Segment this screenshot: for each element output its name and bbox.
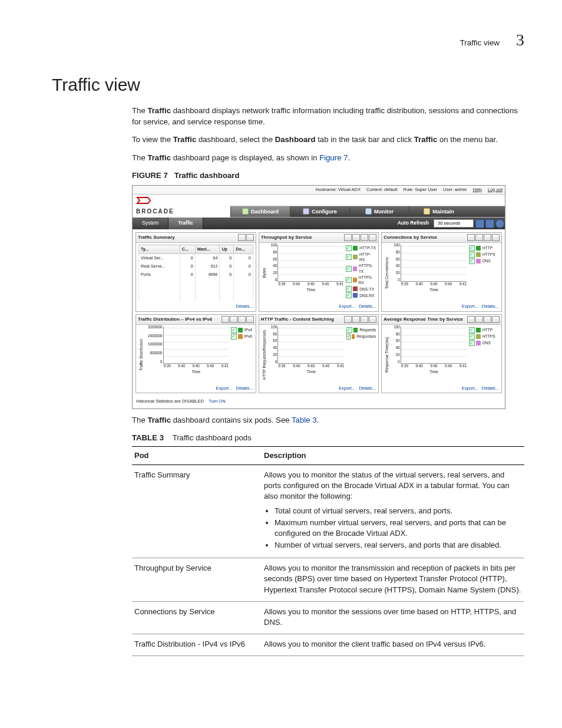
chart-type-icon[interactable] — [344, 234, 352, 241]
maximize-icon[interactable] — [361, 234, 368, 241]
page-header: Traffic view 3 — [52, 28, 524, 51]
chart-type-icon[interactable] — [230, 316, 237, 323]
checkbox-icon[interactable] — [469, 245, 475, 251]
subnav: System Traffic Auto Refresh 30 seconds — [133, 218, 505, 229]
auto-refresh-select[interactable]: 30 seconds — [434, 219, 474, 228]
chapter-number: 3 — [516, 28, 524, 51]
pod-http-traffic: HTTP Traffic - Content Switching HTTP Re… — [259, 314, 379, 394]
details-link[interactable]: Details... — [359, 304, 376, 309]
checkbox-icon[interactable] — [231, 327, 237, 333]
app-topbar: Hostname: Virtual ADX Context: default R… — [133, 186, 505, 195]
export-link[interactable]: Export... — [339, 304, 355, 309]
export-link[interactable]: Export... — [339, 386, 355, 391]
dashboard-icon — [242, 208, 249, 215]
monitor-icon — [365, 208, 372, 215]
intro-para-3: The Traffic dashboard page is displayed,… — [132, 153, 524, 163]
chart-plot: 100806040200 9:399:409:409:409:41 Time — [401, 327, 467, 364]
checkbox-icon[interactable] — [346, 254, 352, 260]
para-pods: The Traffic dashboard contains six pods.… — [132, 415, 524, 426]
intro-para-1: The Traffic dashboard displays network t… — [132, 106, 524, 127]
export-link[interactable]: Export... — [462, 304, 478, 309]
details-link[interactable]: Details... — [482, 304, 499, 309]
help-link[interactable]: Help — [473, 187, 482, 192]
intro-para-2: To view the Traffic dashboard, select th… — [132, 134, 524, 145]
auto-refresh-label: Auto Refresh — [394, 220, 432, 227]
tab-configure[interactable]: Configure — [290, 206, 349, 218]
brand-name: BROCADE — [133, 207, 230, 218]
chart-type-icon[interactable] — [352, 316, 360, 323]
turn-on-link[interactable]: Turn ON — [209, 398, 225, 404]
dropdown-icon[interactable] — [475, 219, 484, 228]
chart-type-icon[interactable] — [475, 234, 483, 241]
minimize-icon[interactable] — [246, 316, 254, 323]
help-icon[interactable] — [495, 219, 504, 228]
pod-response-time: Average Response Time by Service Respons… — [381, 314, 502, 394]
maximize-icon[interactable] — [238, 234, 246, 241]
subtab-system[interactable]: System — [133, 218, 168, 229]
running-title: Traffic view — [459, 38, 500, 49]
chart-type-icon[interactable] — [352, 234, 360, 241]
maximize-icon[interactable] — [238, 316, 246, 323]
historical-stats-note: Historical Statistics are DISABLED Turn … — [133, 396, 505, 409]
checkbox-icon[interactable] — [346, 286, 352, 292]
chart-type-icon[interactable] — [344, 316, 352, 323]
table-label: TABLE 3 Traffic dashboard pods — [132, 433, 524, 443]
figure-7-screenshot: Hostname: Virtual ADX Context: default R… — [132, 185, 505, 409]
checkbox-icon[interactable] — [469, 334, 475, 340]
check

Aricon[interactable] — [346, 277, 351, 283]
brocade-logo-icon — [136, 196, 160, 205]
minimize-icon[interactable] — [492, 234, 500, 241]
checkbox-icon[interactable] — [346, 266, 351, 272]
details-link[interactable]: Details... — [236, 304, 253, 309]
chart-plot: 100806040200 9:399:409:409:409:41 Time — [401, 245, 467, 282]
table-3: Pod Description Traffic Summary Allows y… — [132, 446, 524, 657]
pod-throughput: Throughput by Service Bytes 100 80 60 — [259, 232, 379, 312]
export-link[interactable]: Export... — [462, 386, 478, 391]
pod-traffic-summary: Traffic Summary Ty... C... Maxi... Up Do… — [135, 232, 256, 312]
checkbox-icon[interactable] — [346, 327, 352, 333]
checkbox-icon[interactable] — [469, 340, 475, 346]
tab-dashboard[interactable]: Dashboard — [230, 206, 290, 218]
maximize-icon[interactable] — [361, 316, 368, 323]
figure-7-link[interactable]: Figure 7 — [319, 153, 348, 162]
tab-maintain[interactable]: Maintain — [409, 206, 468, 218]
chart-type-icon[interactable] — [222, 316, 229, 323]
pod-distribution: Traffic Distribution – IPv4 vs IPv6 Traf… — [135, 314, 256, 394]
checkbox-icon[interactable] — [346, 245, 352, 251]
minimize-icon[interactable] — [492, 316, 500, 323]
details-link[interactable]: Details... — [236, 386, 253, 391]
minimize-icon[interactable] — [246, 234, 254, 241]
subtab-traffic[interactable]: Traffic — [168, 218, 203, 229]
checkbox-icon[interactable] — [469, 252, 475, 258]
pod-connections: Connections by Service Total Connections… — [381, 232, 502, 312]
tab-monitor[interactable]: Monitor — [349, 206, 409, 218]
maximize-icon[interactable] — [484, 316, 491, 323]
minimize-icon[interactable] — [369, 316, 376, 323]
chart-type-icon[interactable] — [467, 316, 475, 323]
minimize-icon[interactable] — [369, 234, 376, 241]
logout-link[interactable]: Log out — [488, 187, 503, 192]
traffic-summary-table: Ty... C... Maxi... Up Do... Virtual Ser.… — [138, 245, 253, 301]
table-row[interactable]: Virtual Ser... 0 64 0 0 — [139, 254, 253, 263]
checkbox-icon[interactable] — [346, 334, 351, 340]
checkbox-icon[interactable] — [469, 327, 475, 333]
page-title: Traffic view — [52, 73, 524, 97]
checkbox-icon[interactable] — [469, 258, 475, 264]
table-row[interactable]: Ports 0 4096 0 0 — [139, 271, 253, 279]
configure-icon — [303, 208, 309, 215]
chart-type-icon[interactable] — [467, 234, 475, 241]
figure-label: FIGURE 7 Traffic dashboard — [132, 170, 524, 181]
chart-plot: 100 80 60 40 20 0 9:39 9:40 9:40 — [277, 245, 343, 282]
refresh-icon[interactable] — [485, 219, 494, 228]
maintain-icon — [424, 208, 430, 215]
checkbox-icon[interactable] — [346, 292, 352, 298]
maximize-icon[interactable] — [484, 234, 491, 241]
details-link[interactable]: Details... — [359, 386, 376, 391]
chart-legend: HTTP-TX HTTP-RX HTTPS-TX HTTPS-RX DNS-TX… — [345, 245, 376, 301]
table-row[interactable]: Real Serve... 0 912 0 0 — [139, 262, 253, 271]
table-3-link[interactable]: Table 3 — [292, 416, 317, 424]
checkbox-icon[interactable] — [231, 334, 237, 340]
details-link[interactable]: Details... — [482, 386, 499, 391]
export-link[interactable]: Export... — [216, 386, 233, 391]
chart-type-icon[interactable] — [475, 316, 483, 323]
